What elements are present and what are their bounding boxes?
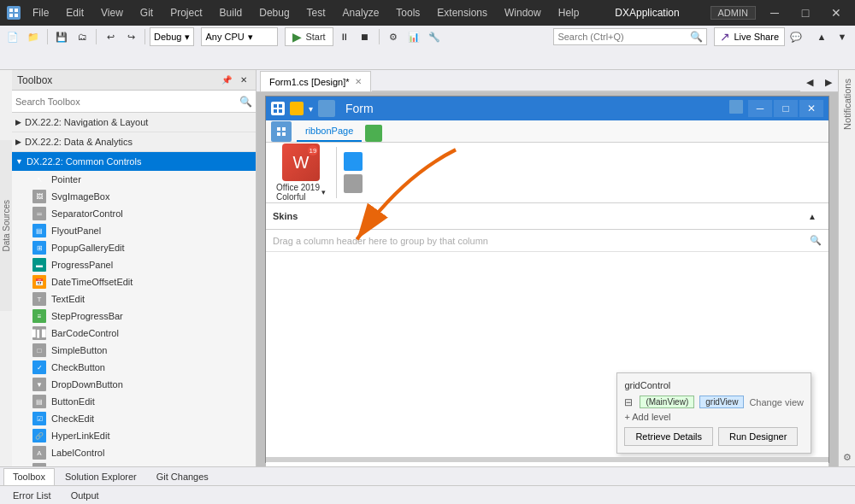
notifications-label[interactable]: Notifications bbox=[842, 79, 852, 130]
toolbox-item-textedit[interactable]: T TextEdit bbox=[12, 290, 256, 308]
toolbox-item-simplebutton[interactable]: □ SimpleButton bbox=[12, 342, 256, 359]
open-button[interactable]: 📁 bbox=[24, 27, 43, 46]
debug-config-dropdown[interactable]: Debug ▾ bbox=[150, 27, 194, 46]
toolbox-item-buttonedit[interactable]: ▤ ButtonEdit bbox=[12, 393, 256, 410]
toolbox-item-progresspanel[interactable]: ▬ ProgressPanel bbox=[12, 256, 256, 273]
add-level-button[interactable]: + Add level bbox=[624, 412, 804, 422]
toolbar-btn-2[interactable]: 📊 bbox=[404, 27, 423, 46]
stop-button[interactable]: ⏹ bbox=[356, 27, 374, 46]
toolbox-item-pointer[interactable]: ↖ Pointer bbox=[12, 171, 256, 188]
menu-test[interactable]: Test bbox=[302, 5, 331, 21]
tab-scroll-left[interactable]: ◀ bbox=[800, 73, 819, 91]
data-sources-panel[interactable]: Data Sources bbox=[0, 140, 12, 311]
toolbox-search-box[interactable]: 🔍 bbox=[12, 91, 256, 113]
maximize-button[interactable]: □ bbox=[793, 4, 817, 21]
save-button[interactable]: 💾 bbox=[52, 27, 71, 46]
menu-edit[interactable]: Edit bbox=[61, 5, 89, 21]
form-maximize-button[interactable]: □ bbox=[774, 100, 798, 117]
menu-help[interactable]: Help bbox=[553, 5, 585, 21]
bottom-tab-toolbox[interactable]: Toolbox bbox=[3, 468, 55, 485]
separator-icon: ═ bbox=[32, 207, 46, 220]
toolbox-item-separatorcontrol[interactable]: ═ SeparatorControl bbox=[12, 205, 256, 222]
form-menu-chevron[interactable]: ▾ bbox=[309, 104, 313, 114]
tab-close-icon[interactable]: ✕ bbox=[355, 77, 362, 86]
retrieve-details-button[interactable]: Retrieve Details bbox=[624, 427, 713, 446]
toolbox-item-stepprogressbar[interactable]: ≡ StepProgressBar bbox=[12, 308, 256, 325]
skins-collapse-button[interactable]: ▲ bbox=[803, 207, 822, 226]
toolbar-btn-1[interactable]: ⚙ bbox=[384, 27, 403, 46]
bottom-tab-solution-explorer[interactable]: Solution Explorer bbox=[56, 468, 146, 485]
menu-git[interactable]: Git bbox=[135, 5, 158, 21]
toolbox-item-checkedit[interactable]: ☑ CheckEdit bbox=[12, 410, 256, 427]
change-view-label[interactable]: Change view bbox=[749, 397, 804, 407]
redo-button[interactable]: ↪ bbox=[121, 27, 140, 46]
grid-view-badge[interactable]: gridView bbox=[699, 396, 744, 408]
resize-handle[interactable] bbox=[266, 457, 828, 462]
toolbox-panel: Toolbox 📌 ✕ 🔍 ▶ DX.22.2: Navigation & La… bbox=[12, 70, 256, 466]
toolbox-item-hyperlinklabel[interactable]: A HyperlinkLabelControl bbox=[12, 461, 256, 466]
toolbox-group-data-header[interactable]: ▶ DX.22.2: Data & Analytics bbox=[12, 132, 256, 151]
run-button[interactable]: ▶ Start bbox=[285, 27, 333, 46]
search-grid-icon[interactable]: 🔍 bbox=[810, 235, 822, 246]
tab-scroll-right[interactable]: ▶ bbox=[819, 73, 838, 91]
search-input[interactable] bbox=[557, 32, 690, 42]
output-tab-output[interactable]: Output bbox=[62, 487, 109, 504]
ribbon-tab-page[interactable]: ribbonPage bbox=[297, 121, 362, 142]
design-canvas[interactable]: ▾ Form ─ □ ✕ bbox=[256, 92, 838, 466]
form-minimize-button[interactable]: ─ bbox=[748, 100, 772, 117]
run-designer-button[interactable]: Run Designer bbox=[718, 427, 798, 446]
menu-debug[interactable]: Debug bbox=[254, 5, 294, 21]
menu-window[interactable]: Window bbox=[499, 5, 546, 21]
toolbox-item-barcodecontrol[interactable]: ▊▌▊ BarCodeControl bbox=[12, 325, 256, 342]
toolbox-search-input[interactable] bbox=[15, 97, 236, 107]
toolbox-item-checkbutton[interactable]: ✓ CheckButton bbox=[12, 359, 256, 376]
pause-button[interactable]: ⏸ bbox=[335, 27, 354, 46]
chevron-down-icon: ▼ bbox=[15, 157, 23, 166]
toolbox-item-svgimagebox[interactable]: 🖼 SvgImageBox bbox=[12, 188, 256, 205]
close-button[interactable]: ✕ bbox=[824, 4, 848, 21]
toolbox-item-dropdownbutton[interactable]: ▼ DropDownButton bbox=[12, 376, 256, 393]
toolbox-group-nav-header[interactable]: ▶ DX.22.2: Navigation & Layout bbox=[12, 113, 256, 132]
form-close-button[interactable]: ✕ bbox=[799, 100, 823, 117]
menu-project[interactable]: Project bbox=[165, 5, 207, 21]
toolbar-btn-3[interactable]: 🔧 bbox=[425, 27, 444, 46]
toolbox-item-popupgalleryedit[interactable]: ⊞ PopupGalleryEdit bbox=[12, 239, 256, 256]
menu-view[interactable]: View bbox=[96, 5, 128, 21]
undo-button[interactable]: ↩ bbox=[101, 27, 120, 46]
bottom-tab-git-changes[interactable]: Git Changes bbox=[147, 468, 218, 485]
notifications-panel[interactable]: Notifications ⚙ bbox=[838, 70, 855, 466]
skin-dropdown-icon[interactable]: ▾ bbox=[321, 188, 326, 196]
feedback-button[interactable]: 💬 bbox=[787, 27, 805, 46]
minimize-button[interactable]: ─ bbox=[763, 4, 787, 21]
menu-build[interactable]: Build bbox=[215, 5, 248, 21]
toolbox-item-labelcontrol[interactable]: A LabelControl bbox=[12, 444, 256, 461]
skin-office2019[interactable]: 19 W Office 2019Colorful ▾ bbox=[273, 140, 329, 205]
save-all-button[interactable]: 🗂 bbox=[73, 27, 91, 46]
solution-explorer-tab-label: Solution Explorer bbox=[65, 472, 137, 482]
live-share-button[interactable]: ↗ Live Share bbox=[714, 27, 785, 46]
settings-scroll-down[interactable]: ▼ bbox=[833, 27, 852, 46]
ribbon-action-2[interactable] bbox=[344, 174, 363, 193]
menu-tools[interactable]: Tools bbox=[391, 5, 425, 21]
toolbox-item-hyperlinkedit[interactable]: 🔗 HyperLinkEdit bbox=[12, 427, 256, 444]
main-view-badge[interactable]: (MainView) bbox=[640, 396, 694, 408]
ribbon-action-1[interactable] bbox=[344, 152, 363, 171]
toolbox-pin-button[interactable]: 📌 bbox=[218, 73, 235, 87]
settings-scroll-up[interactable]: ▲ bbox=[812, 27, 831, 46]
new-project-button[interactable]: 📄 bbox=[3, 27, 22, 46]
toolbox-item-flyoutpanel[interactable]: ▤ FlyoutPanel bbox=[12, 222, 256, 239]
tab-form1-design[interactable]: Form1.cs [Design]* ✕ bbox=[260, 71, 371, 91]
cpu-config-dropdown[interactable]: Any CPU ▾ bbox=[201, 27, 278, 46]
toolbox-item-datetimeoffsetedit[interactable]: 📅 DateTimeOffsetEdit bbox=[12, 273, 256, 290]
search-box[interactable]: 🔍 bbox=[553, 28, 707, 45]
menu-file[interactable]: File bbox=[27, 5, 54, 21]
toolbox-close-button[interactable]: ✕ bbox=[237, 73, 251, 87]
ribbon-add-icon[interactable] bbox=[365, 125, 382, 142]
output-tab-label: Output bbox=[71, 490, 99, 501]
menu-analyze[interactable]: Analyze bbox=[338, 5, 385, 21]
toolbox-group-common-header[interactable]: ▼ DX.22.2: Common Controls bbox=[12, 152, 256, 171]
ribbon-home-icon[interactable] bbox=[271, 121, 292, 142]
menu-extensions[interactable]: Extensions bbox=[432, 5, 492, 21]
panel-settings-button[interactable]: ⚙ bbox=[843, 452, 852, 463]
output-tab-error-list[interactable]: Error List bbox=[3, 487, 61, 504]
